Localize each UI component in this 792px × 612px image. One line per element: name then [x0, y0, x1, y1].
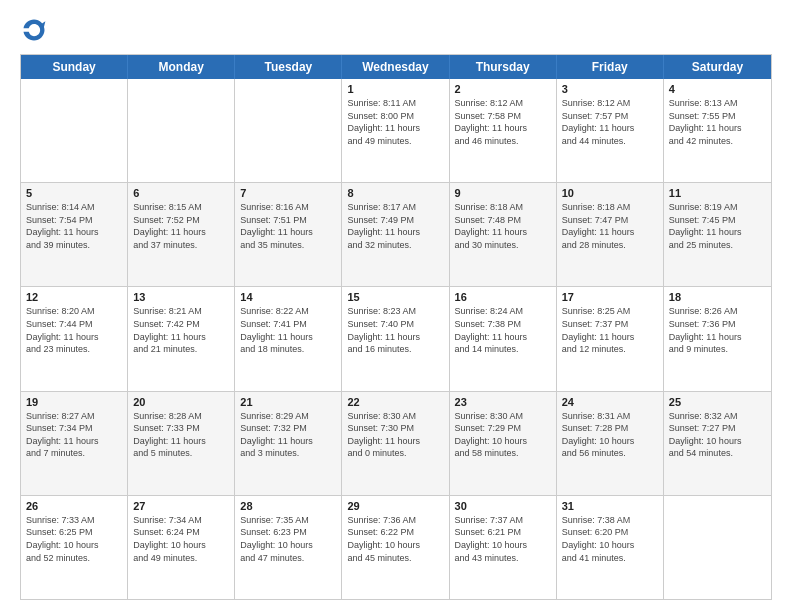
day-info: Sunrise: 8:12 AM Sunset: 7:58 PM Dayligh…	[455, 97, 551, 147]
logo-icon	[20, 16, 48, 44]
calendar-day-cell: 7Sunrise: 8:16 AM Sunset: 7:51 PM Daylig…	[235, 183, 342, 286]
calendar-day-cell: 22Sunrise: 8:30 AM Sunset: 7:30 PM Dayli…	[342, 392, 449, 495]
calendar-week-row: 26Sunrise: 7:33 AM Sunset: 6:25 PM Dayli…	[21, 495, 771, 599]
day-number: 30	[455, 500, 551, 512]
day-number: 2	[455, 83, 551, 95]
day-info: Sunrise: 7:38 AM Sunset: 6:20 PM Dayligh…	[562, 514, 658, 564]
day-number: 20	[133, 396, 229, 408]
day-info: Sunrise: 8:16 AM Sunset: 7:51 PM Dayligh…	[240, 201, 336, 251]
day-number: 3	[562, 83, 658, 95]
day-number: 8	[347, 187, 443, 199]
weekday-header: Wednesday	[342, 55, 449, 79]
day-info: Sunrise: 8:32 AM Sunset: 7:27 PM Dayligh…	[669, 410, 766, 460]
day-info: Sunrise: 8:23 AM Sunset: 7:40 PM Dayligh…	[347, 305, 443, 355]
weekday-header: Tuesday	[235, 55, 342, 79]
day-info: Sunrise: 8:15 AM Sunset: 7:52 PM Dayligh…	[133, 201, 229, 251]
day-info: Sunrise: 8:29 AM Sunset: 7:32 PM Dayligh…	[240, 410, 336, 460]
day-info: Sunrise: 8:20 AM Sunset: 7:44 PM Dayligh…	[26, 305, 122, 355]
calendar-day-cell: 20Sunrise: 8:28 AM Sunset: 7:33 PM Dayli…	[128, 392, 235, 495]
day-info: Sunrise: 8:12 AM Sunset: 7:57 PM Dayligh…	[562, 97, 658, 147]
calendar-day-cell	[21, 79, 128, 182]
calendar-header: SundayMondayTuesdayWednesdayThursdayFrid…	[21, 55, 771, 79]
day-number: 18	[669, 291, 766, 303]
day-info: Sunrise: 8:18 AM Sunset: 7:48 PM Dayligh…	[455, 201, 551, 251]
day-number: 12	[26, 291, 122, 303]
day-number: 22	[347, 396, 443, 408]
day-number: 4	[669, 83, 766, 95]
calendar-day-cell: 30Sunrise: 7:37 AM Sunset: 6:21 PM Dayli…	[450, 496, 557, 599]
day-number: 21	[240, 396, 336, 408]
calendar-day-cell: 27Sunrise: 7:34 AM Sunset: 6:24 PM Dayli…	[128, 496, 235, 599]
day-info: Sunrise: 7:33 AM Sunset: 6:25 PM Dayligh…	[26, 514, 122, 564]
day-number: 28	[240, 500, 336, 512]
day-number: 17	[562, 291, 658, 303]
day-number: 15	[347, 291, 443, 303]
day-number: 14	[240, 291, 336, 303]
calendar-week-row: 12Sunrise: 8:20 AM Sunset: 7:44 PM Dayli…	[21, 286, 771, 390]
calendar-day-cell: 24Sunrise: 8:31 AM Sunset: 7:28 PM Dayli…	[557, 392, 664, 495]
day-info: Sunrise: 7:37 AM Sunset: 6:21 PM Dayligh…	[455, 514, 551, 564]
calendar-day-cell: 16Sunrise: 8:24 AM Sunset: 7:38 PM Dayli…	[450, 287, 557, 390]
day-info: Sunrise: 8:30 AM Sunset: 7:30 PM Dayligh…	[347, 410, 443, 460]
calendar-day-cell: 19Sunrise: 8:27 AM Sunset: 7:34 PM Dayli…	[21, 392, 128, 495]
calendar-day-cell: 31Sunrise: 7:38 AM Sunset: 6:20 PM Dayli…	[557, 496, 664, 599]
day-info: Sunrise: 8:11 AM Sunset: 8:00 PM Dayligh…	[347, 97, 443, 147]
calendar-day-cell: 11Sunrise: 8:19 AM Sunset: 7:45 PM Dayli…	[664, 183, 771, 286]
day-info: Sunrise: 8:13 AM Sunset: 7:55 PM Dayligh…	[669, 97, 766, 147]
weekday-header: Saturday	[664, 55, 771, 79]
calendar-day-cell: 13Sunrise: 8:21 AM Sunset: 7:42 PM Dayli…	[128, 287, 235, 390]
day-info: Sunrise: 7:34 AM Sunset: 6:24 PM Dayligh…	[133, 514, 229, 564]
day-info: Sunrise: 8:22 AM Sunset: 7:41 PM Dayligh…	[240, 305, 336, 355]
calendar-day-cell: 3Sunrise: 8:12 AM Sunset: 7:57 PM Daylig…	[557, 79, 664, 182]
header	[20, 16, 772, 44]
weekday-header: Sunday	[21, 55, 128, 79]
day-info: Sunrise: 7:36 AM Sunset: 6:22 PM Dayligh…	[347, 514, 443, 564]
calendar-day-cell: 9Sunrise: 8:18 AM Sunset: 7:48 PM Daylig…	[450, 183, 557, 286]
day-info: Sunrise: 8:19 AM Sunset: 7:45 PM Dayligh…	[669, 201, 766, 251]
day-info: Sunrise: 8:30 AM Sunset: 7:29 PM Dayligh…	[455, 410, 551, 460]
calendar-day-cell: 14Sunrise: 8:22 AM Sunset: 7:41 PM Dayli…	[235, 287, 342, 390]
day-number: 24	[562, 396, 658, 408]
calendar-day-cell: 8Sunrise: 8:17 AM Sunset: 7:49 PM Daylig…	[342, 183, 449, 286]
calendar-day-cell: 1Sunrise: 8:11 AM Sunset: 8:00 PM Daylig…	[342, 79, 449, 182]
calendar-day-cell: 5Sunrise: 8:14 AM Sunset: 7:54 PM Daylig…	[21, 183, 128, 286]
calendar-week-row: 19Sunrise: 8:27 AM Sunset: 7:34 PM Dayli…	[21, 391, 771, 495]
calendar-day-cell: 25Sunrise: 8:32 AM Sunset: 7:27 PM Dayli…	[664, 392, 771, 495]
calendar-day-cell: 17Sunrise: 8:25 AM Sunset: 7:37 PM Dayli…	[557, 287, 664, 390]
calendar-week-row: 5Sunrise: 8:14 AM Sunset: 7:54 PM Daylig…	[21, 182, 771, 286]
day-number: 6	[133, 187, 229, 199]
day-number: 10	[562, 187, 658, 199]
day-number: 19	[26, 396, 122, 408]
day-number: 1	[347, 83, 443, 95]
calendar-day-cell: 6Sunrise: 8:15 AM Sunset: 7:52 PM Daylig…	[128, 183, 235, 286]
day-info: Sunrise: 8:17 AM Sunset: 7:49 PM Dayligh…	[347, 201, 443, 251]
day-number: 16	[455, 291, 551, 303]
calendar-day-cell: 18Sunrise: 8:26 AM Sunset: 7:36 PM Dayli…	[664, 287, 771, 390]
day-info: Sunrise: 8:27 AM Sunset: 7:34 PM Dayligh…	[26, 410, 122, 460]
day-number: 26	[26, 500, 122, 512]
day-info: Sunrise: 8:28 AM Sunset: 7:33 PM Dayligh…	[133, 410, 229, 460]
calendar-day-cell: 23Sunrise: 8:30 AM Sunset: 7:29 PM Dayli…	[450, 392, 557, 495]
day-number: 11	[669, 187, 766, 199]
calendar-day-cell: 26Sunrise: 7:33 AM Sunset: 6:25 PM Dayli…	[21, 496, 128, 599]
day-info: Sunrise: 8:26 AM Sunset: 7:36 PM Dayligh…	[669, 305, 766, 355]
calendar-day-cell: 21Sunrise: 8:29 AM Sunset: 7:32 PM Dayli…	[235, 392, 342, 495]
calendar-body: 1Sunrise: 8:11 AM Sunset: 8:00 PM Daylig…	[21, 79, 771, 599]
logo	[20, 16, 52, 44]
calendar-day-cell	[664, 496, 771, 599]
day-info: Sunrise: 8:31 AM Sunset: 7:28 PM Dayligh…	[562, 410, 658, 460]
day-number: 31	[562, 500, 658, 512]
day-number: 23	[455, 396, 551, 408]
page: SundayMondayTuesdayWednesdayThursdayFrid…	[0, 0, 792, 612]
calendar-day-cell: 4Sunrise: 8:13 AM Sunset: 7:55 PM Daylig…	[664, 79, 771, 182]
day-number: 25	[669, 396, 766, 408]
day-info: Sunrise: 7:35 AM Sunset: 6:23 PM Dayligh…	[240, 514, 336, 564]
day-info: Sunrise: 8:14 AM Sunset: 7:54 PM Dayligh…	[26, 201, 122, 251]
day-info: Sunrise: 8:24 AM Sunset: 7:38 PM Dayligh…	[455, 305, 551, 355]
calendar-day-cell	[128, 79, 235, 182]
calendar-day-cell: 15Sunrise: 8:23 AM Sunset: 7:40 PM Dayli…	[342, 287, 449, 390]
day-info: Sunrise: 8:25 AM Sunset: 7:37 PM Dayligh…	[562, 305, 658, 355]
calendar-week-row: 1Sunrise: 8:11 AM Sunset: 8:00 PM Daylig…	[21, 79, 771, 182]
calendar-day-cell: 2Sunrise: 8:12 AM Sunset: 7:58 PM Daylig…	[450, 79, 557, 182]
day-info: Sunrise: 8:18 AM Sunset: 7:47 PM Dayligh…	[562, 201, 658, 251]
